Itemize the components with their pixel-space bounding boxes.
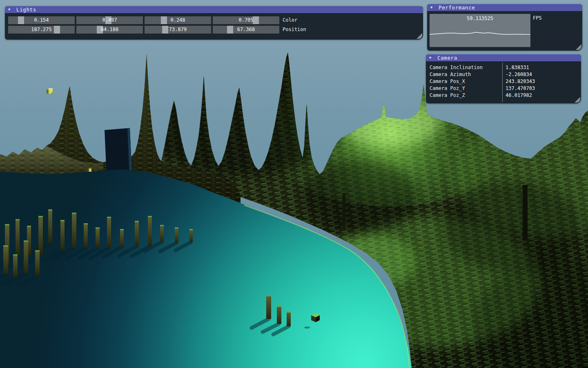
collapse-triangle-icon[interactable]: ▼ [430, 4, 432, 11]
table-row: Camera Poz_Y 137.470703 [426, 85, 581, 92]
light-position-slider-1[interactable]: 84.188 [76, 26, 143, 34]
lights-panel-titlebar[interactable]: ▼ Lights [5, 6, 423, 13]
fps-unit-label: FPS [533, 15, 542, 21]
panel-title: Performance [439, 4, 475, 11]
camera-param-value: 137.470703 [506, 85, 535, 92]
camera-param-value: 1.838331 [506, 64, 529, 71]
slider-value: 0.705 [213, 16, 279, 24]
distant-small-cube [88, 168, 91, 172]
performance-panel-titlebar[interactable]: ▼ Performance [427, 4, 582, 11]
camera-param-label: Camera Poz_Y [430, 85, 465, 92]
camera-param-value: 46.017982 [506, 92, 532, 99]
fps-current-value: 59.113525 [430, 16, 530, 21]
slider-value: 67.368 [213, 26, 279, 34]
panel-title: Lights [16, 6, 36, 13]
resize-grip[interactable] [576, 44, 581, 50]
slider-value: 0.497 [76, 16, 143, 24]
camera-param-value: 243.820343 [506, 78, 535, 85]
light-color-row: 0.154 0.497 0.248 0.705 Color [5, 16, 423, 24]
slider-value: 0.248 [145, 16, 211, 24]
camera-panel-titlebar[interactable]: ▼ Camera [426, 54, 581, 61]
panel-title: Camera [437, 54, 457, 61]
position-row-label: Position [283, 26, 306, 34]
voxel-engine-window: ▼ Lights 0.154 0.497 0.248 0.705 Color [0, 0, 588, 368]
lone-dark-spike [342, 193, 345, 228]
camera-param-label: Camera Inclination [430, 64, 483, 71]
lights-panel: ▼ Lights 0.154 0.497 0.248 0.705 Color [5, 6, 423, 40]
camera-panel: ▼ Camera Camera Inclination 1.838331 Cam… [426, 54, 581, 103]
slider-value: 0.154 [8, 16, 75, 24]
collapse-triangle-icon[interactable]: ▼ [429, 54, 431, 61]
light-position-row: 187.275 84.188 73.879 67.368 Position [5, 26, 423, 34]
table-row: Camera Pos_X 243.820343 [426, 78, 581, 85]
light-position-slider-3[interactable]: 67.368 [213, 26, 279, 34]
fps-graph: 59.113525 [430, 14, 530, 47]
table-row: Camera Inclination 1.838331 [426, 64, 581, 71]
column-divider [502, 63, 503, 102]
camera-param-label: Camera Pos_X [430, 78, 465, 85]
table-row: Camera Azimuth -2.260834 [426, 71, 581, 78]
light-color-slider-1[interactable]: 0.497 [76, 16, 143, 24]
light-color-slider-3[interactable]: 0.705 [213, 16, 279, 24]
camera-param-value: -2.260834 [506, 71, 532, 78]
slider-value: 187.275 [8, 26, 75, 34]
light-position-slider-2[interactable]: 73.879 [145, 26, 211, 34]
camera-readout-table: Camera Inclination 1.838331 Camera Azimu… [426, 64, 581, 99]
collapse-triangle-icon[interactable]: ▼ [8, 6, 10, 13]
light-color-slider-0[interactable]: 0.154 [8, 16, 75, 24]
slider-value: 73.879 [145, 26, 211, 34]
light-color-slider-2[interactable]: 0.248 [145, 16, 211, 24]
table-row: Camera Poz_Z 46.017982 [426, 92, 581, 99]
color-row-label: Color [283, 16, 297, 24]
slider-value: 84.188 [76, 26, 143, 34]
performance-panel: ▼ Performance 59.113525 FPS [427, 4, 582, 51]
light-position-slider-0[interactable]: 187.275 [8, 26, 75, 34]
resize-grip[interactable] [416, 33, 422, 39]
camera-param-label: Camera Poz_Z [430, 92, 465, 99]
camera-param-label: Camera Azimuth [430, 71, 471, 78]
